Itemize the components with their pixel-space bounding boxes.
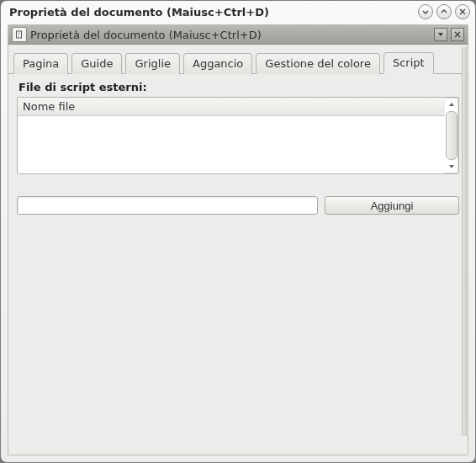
close-button[interactable] (455, 4, 470, 19)
tab-aggancio[interactable]: Aggancio (183, 53, 252, 74)
tab-pagina[interactable]: Pagina (13, 53, 68, 74)
panel-resize-handle[interactable] (462, 47, 467, 436)
tab-content-script: File di script esterni: Nome file (8, 74, 468, 455)
tabs-row: Pagina Guide Griglie Aggancio Gestione d… (8, 45, 468, 74)
tab-label: Script (393, 56, 425, 69)
add-script-button[interactable]: Aggiungi (325, 196, 459, 215)
panel-menu-button[interactable] (434, 28, 447, 41)
docked-panel: Proprietà del documento (Maiusc+Ctrl+D) … (8, 24, 468, 455)
tab-label: Griglie (135, 57, 171, 70)
tab-label: Guide (81, 57, 113, 70)
panel-title: Proprietà del documento (Maiusc+Ctrl+D) (30, 29, 431, 41)
tab-guide[interactable]: Guide (71, 53, 122, 74)
section-label: File di script esterni: (19, 81, 459, 93)
tab-label: Gestione del colore (265, 57, 371, 70)
list-body[interactable] (18, 116, 445, 173)
tab-gestione-colore[interactable]: Gestione del colore (256, 53, 380, 74)
scroll-up-icon[interactable] (447, 99, 457, 109)
tab-label: Aggancio (193, 57, 243, 70)
maximize-button[interactable] (436, 4, 452, 19)
scroll-down-icon[interactable] (447, 162, 457, 172)
add-row: Aggiungi (17, 196, 459, 215)
list-inner: Nome file (18, 98, 445, 173)
list-column-header[interactable]: Nome file (18, 98, 445, 116)
new-script-path-input[interactable] (17, 196, 318, 215)
panel-header: Proprietà del documento (Maiusc+Ctrl+D) (8, 25, 468, 45)
minimize-button[interactable] (418, 4, 433, 19)
tab-label: Pagina (23, 57, 59, 70)
list-scrollbar (445, 98, 458, 173)
scroll-thumb[interactable] (446, 111, 457, 160)
document-properties-icon (12, 27, 27, 42)
panel-close-button[interactable] (451, 28, 464, 41)
window-root: Proprietà del documento (Maiusc+Ctrl+D) … (0, 0, 476, 463)
titlebar: Proprietà del documento (Maiusc+Ctrl+D) (1, 1, 475, 23)
script-file-list: Nome file (17, 97, 459, 174)
tab-script[interactable]: Script (383, 52, 434, 74)
window-title: Proprietà del documento (Maiusc+Ctrl+D) (9, 6, 415, 19)
tab-griglie[interactable]: Griglie (125, 53, 180, 74)
